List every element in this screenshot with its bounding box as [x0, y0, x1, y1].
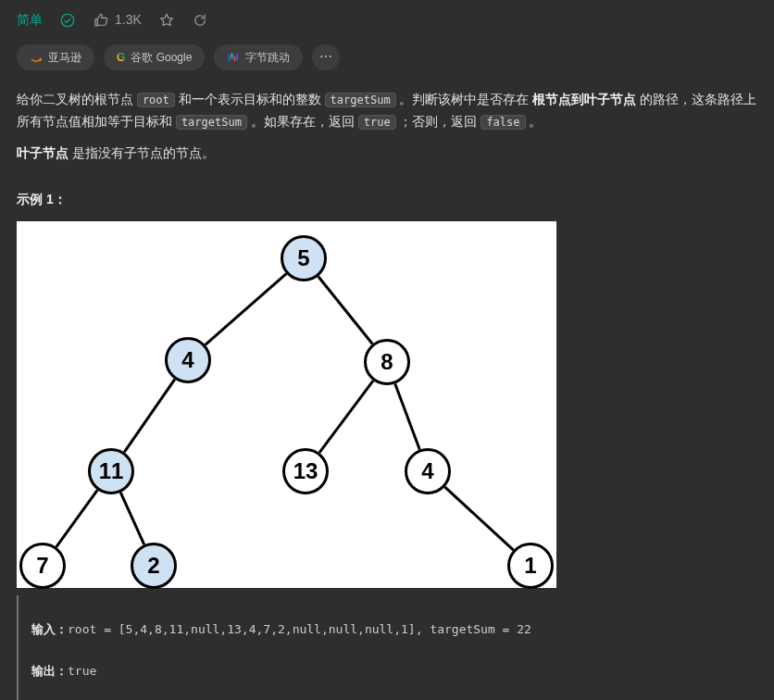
tree-edge — [319, 381, 373, 453]
favorite-button[interactable] — [158, 12, 175, 29]
solution-check-icon[interactable] — [59, 12, 76, 29]
example-title: 示例 1： — [17, 189, 757, 211]
tree-edge — [124, 380, 175, 453]
amazon-icon — [30, 51, 43, 64]
tree-edge — [444, 487, 513, 550]
company-tag-row: 亚马逊 G 谷歌 Google 字节跳动 ⋯ — [17, 44, 757, 70]
tree-edge — [318, 277, 373, 344]
like-count: 1.3K — [115, 9, 142, 31]
input-label: 输入： — [31, 622, 68, 636]
check-circle-icon — [59, 12, 76, 29]
tag-label: 亚马逊 — [48, 48, 81, 67]
tag-label: 谷歌 Google — [131, 48, 192, 67]
tree-edge — [120, 493, 144, 544]
tree-node-8: 8 — [364, 339, 410, 385]
tree-edge — [56, 491, 98, 548]
code-targetsum-2: targetSum — [176, 115, 247, 130]
like-button[interactable]: 1.3K — [93, 9, 142, 31]
ellipsis-icon: ⋯ — [319, 46, 333, 69]
input-value: root = [5,4,8,11,null,13,4,7,2,null,null… — [68, 622, 531, 636]
svg-rect-3 — [234, 56, 236, 61]
code-false: false — [481, 115, 525, 130]
tree-node-1: 1 — [507, 543, 554, 589]
problem-description: 给你二叉树的根节点 root 和一个表示目标和的整数 targetSum 。判断… — [17, 89, 757, 164]
share-button[interactable] — [192, 12, 208, 29]
tree-node-13: 13 — [282, 448, 329, 494]
tree-node-2: 2 — [131, 543, 177, 589]
svg-point-0 — [61, 14, 74, 27]
bytedance-icon — [227, 51, 240, 64]
tree-node-11: 11 — [88, 448, 134, 494]
tree-node-4: 4 — [165, 337, 211, 383]
svg-rect-1 — [229, 55, 231, 61]
code-root: root — [137, 93, 175, 107]
tree-node-7: 7 — [19, 543, 66, 589]
code-targetsum: targetSum — [325, 93, 396, 107]
difficulty-label: 简单 — [17, 9, 43, 31]
more-tags-button[interactable]: ⋯ — [312, 44, 340, 70]
output-label: 输出： — [31, 664, 68, 678]
description-paragraph: 给你二叉树的根节点 root 和一个表示目标和的整数 targetSum 。判断… — [17, 89, 757, 133]
google-icon: G — [117, 48, 125, 67]
refresh-icon — [192, 12, 208, 29]
example-code-block: 输入：root = [5,4,8,11,null,13,4,7,2,null,n… — [17, 595, 757, 700]
svg-rect-4 — [237, 54, 239, 60]
problem-meta-row: 简单 1.3K — [17, 9, 757, 31]
description-paragraph: 叶子节点 是指没有子节点的节点。 — [17, 143, 757, 165]
svg-rect-2 — [231, 53, 233, 58]
tree-edges-svg — [17, 221, 556, 588]
tag-bytedance[interactable]: 字节跳动 — [214, 44, 303, 70]
thumbs-up-icon — [93, 12, 109, 29]
tag-label: 字节跳动 — [245, 48, 290, 67]
star-icon — [158, 12, 175, 29]
tree-node-4: 4 — [405, 448, 451, 494]
tree-edge — [206, 274, 286, 345]
tag-google[interactable]: G 谷歌 Google — [104, 44, 205, 70]
tree-edge — [395, 384, 420, 450]
tag-amazon[interactable]: 亚马逊 — [17, 44, 94, 70]
tree-node-5: 5 — [281, 235, 327, 281]
example-tree-diagram: 54811134721 — [17, 221, 556, 588]
output-value: true — [68, 664, 96, 678]
code-true: true — [358, 115, 396, 130]
